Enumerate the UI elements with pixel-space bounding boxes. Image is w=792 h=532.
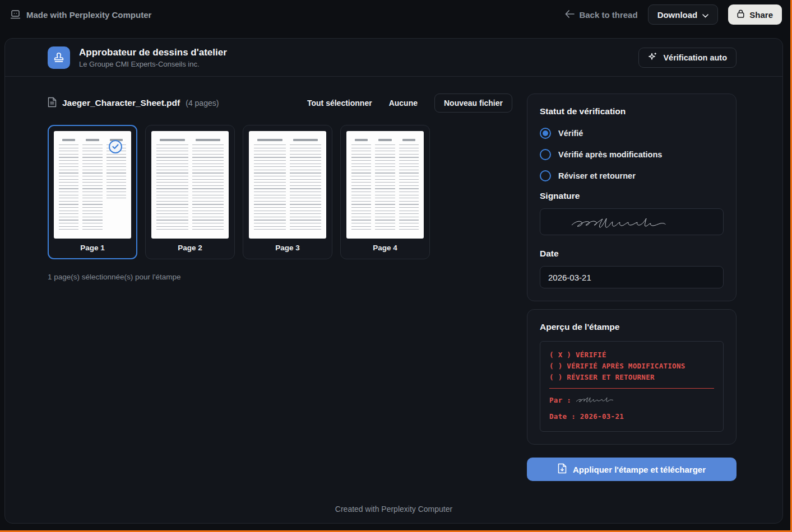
verification-status-heading: Statut de vérification: [540, 106, 724, 116]
signature-box[interactable]: [540, 208, 724, 235]
document-section: Jaeger_Character_Sheet.pdf (4 pages) Tou…: [48, 94, 512, 481]
verification-status-panel: Statut de vérification Vérifié Vérifié a…: [527, 94, 737, 301]
radio-icon: [540, 128, 551, 139]
app-header: Approbateur de dessins d'atelier Le Grou…: [5, 39, 782, 77]
page-sketch-column: [375, 139, 395, 232]
sparkles-icon: [648, 52, 657, 63]
page-sketch-column: [192, 139, 224, 232]
apply-stamp-button[interactable]: Appliquer l'étampe et télécharger: [527, 458, 737, 481]
page-sketch-column: [399, 139, 419, 232]
content-area: Jaeger_Character_Sheet.pdf (4 pages) Tou…: [5, 77, 782, 481]
share-button-label: Share: [749, 10, 773, 20]
back-arrow-icon: [565, 10, 575, 20]
computer-icon: [10, 10, 21, 19]
selection-summary: 1 page(s) sélectionnée(s) pour l'étampe: [48, 273, 512, 281]
page-4-preview: [346, 131, 424, 239]
page-subtitle: Le Groupe CMI Experts-Conseils inc.: [79, 60, 227, 68]
stamp-date-line: Date : 2026-03-21: [549, 411, 714, 422]
stamp-signature-image: [575, 395, 626, 406]
select-all-button[interactable]: Tout sélectionner: [307, 99, 372, 108]
date-input[interactable]: [540, 266, 724, 288]
page-sketch-column: [59, 139, 78, 232]
file-icon: [48, 97, 57, 110]
radio-label: Vérifié: [558, 129, 583, 138]
radio-icon: [540, 149, 551, 160]
page-sketch-column: [351, 139, 371, 232]
app-title-block: Approbateur de dessins d'atelier Le Grou…: [79, 47, 227, 68]
signature-label: Signature: [540, 191, 724, 201]
stamp-app-icon: [48, 46, 70, 69]
radio-label: Vérifié après modifications: [558, 150, 662, 159]
file-actions: Tout sélectionner Aucune Nouveau fichier: [307, 94, 512, 113]
page-thumbnail-2[interactable]: Page 2: [145, 125, 235, 259]
topbar: Made with Perplexity Computer Back to th…: [0, 0, 792, 29]
stamp-divider: [549, 388, 714, 389]
page-sketch-column: [82, 139, 102, 232]
topbar-actions: Back to thread Download Share: [565, 4, 782, 25]
page-2-preview: [151, 131, 229, 239]
new-file-button[interactable]: Nouveau fichier: [434, 94, 512, 113]
share-button[interactable]: Share: [728, 4, 782, 25]
stamp-line: ( ) RÉVISER ET RETOURNER: [549, 372, 714, 383]
stamp-preview-heading: Aperçu de l'étampe: [540, 322, 724, 332]
page-3-preview: [249, 131, 326, 239]
auto-verification-label: Vérification auto: [663, 53, 727, 62]
download-button-label: Download: [657, 10, 698, 20]
file-download-icon: [558, 463, 567, 475]
radio-reviser-et-retourner[interactable]: Réviser et retourner: [540, 170, 724, 182]
page-thumbnail-label: Page 3: [249, 244, 326, 252]
file-row: Jaeger_Character_Sheet.pdf (4 pages) Tou…: [48, 94, 512, 113]
brand-label: Made with Perplexity Computer: [26, 10, 151, 20]
chevron-down-icon: [702, 10, 708, 20]
brand: Made with Perplexity Computer: [10, 10, 151, 20]
back-to-thread-label: Back to thread: [579, 10, 637, 20]
page-sketch-column: [290, 139, 322, 232]
file-pages-count: (4 pages): [186, 99, 219, 108]
stamp-preview-panel: Aperçu de l'étampe ( X ) VÉRIFIÉ ( ) VÉR…: [527, 309, 737, 445]
page-thumbnail-4[interactable]: Page 4: [340, 125, 430, 259]
apply-stamp-label: Appliquer l'étampe et télécharger: [573, 465, 706, 474]
verification-sidebar: Statut de vérification Vérifié Vérifié a…: [527, 94, 737, 481]
page-sketch-column: [254, 139, 286, 232]
app-card: Approbateur de dessins d'atelier Le Grou…: [4, 38, 783, 524]
selected-check-icon: [109, 140, 122, 153]
stamp-preview-box: ( X ) VÉRIFIÉ ( ) VÉRIFIÉ APRÈS MODIFICA…: [540, 341, 724, 432]
auto-verification-button[interactable]: Vérification auto: [638, 48, 737, 68]
page-thumbnail-label: Page 1: [54, 244, 131, 252]
page-thumbnail-1[interactable]: Page 1: [48, 125, 137, 259]
stamp-line: ( X ) VÉRIFIÉ: [549, 349, 714, 361]
radio-label: Réviser et retourner: [558, 171, 636, 180]
radio-verifie[interactable]: Vérifié: [540, 127, 724, 139]
signature-image: [567, 211, 696, 233]
stamp-signature-row: Par :: [549, 395, 714, 406]
page-thumbnail-label: Page 4: [346, 244, 424, 252]
back-to-thread-link[interactable]: Back to thread: [565, 10, 637, 20]
select-none-button[interactable]: Aucune: [389, 99, 418, 108]
stamp-line: ( ) VÉRIFIÉ APRÈS MODIFICATIONS: [549, 361, 714, 372]
file-name: Jaeger_Character_Sheet.pdf: [62, 98, 180, 108]
page-thumbnails: Page 1 Page 2 Page 3: [48, 125, 512, 259]
page-1-preview: [54, 131, 131, 239]
page-thumbnail-label: Page 2: [151, 244, 229, 252]
stamp-par-label: Par :: [549, 395, 571, 406]
radio-verifie-apres-modifications[interactable]: Vérifié après modifications: [540, 148, 724, 161]
radio-icon: [540, 170, 551, 181]
page-thumbnail-3[interactable]: Page 3: [243, 125, 332, 259]
download-button[interactable]: Download: [648, 4, 719, 25]
lock-icon: [737, 10, 744, 20]
verification-options: Vérifié Vérifié après modifications Révi…: [540, 127, 724, 182]
footer-credit: Created with Perplexity Computer: [5, 505, 782, 514]
date-label: Date: [540, 249, 724, 259]
page-title: Approbateur de dessins d'atelier: [79, 47, 227, 58]
page-sketch-column: [156, 139, 188, 232]
